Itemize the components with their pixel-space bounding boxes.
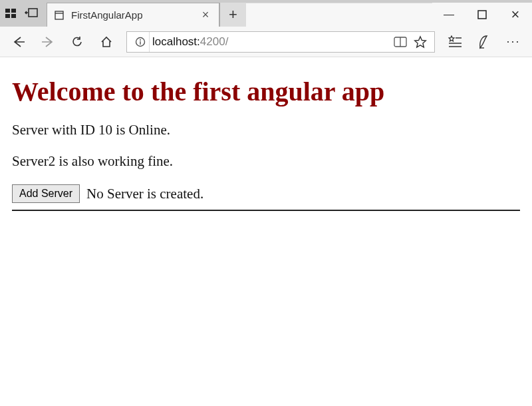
tab-title: FirstAngularApp [71, 9, 192, 21]
home-button[interactable] [93, 29, 120, 55]
add-server-row: Add Server No Server is created. [12, 184, 520, 203]
close-window-button[interactable]: × [499, 3, 532, 27]
site-info-icon[interactable] [131, 32, 150, 52]
forward-button[interactable] [35, 29, 61, 55]
svg-rect-2 [5, 14, 10, 18]
toolbar: localhost:4200/ ··· [0, 27, 532, 57]
titlebar-left [0, 0, 43, 27]
server-create-status: No Server is created. [86, 186, 203, 202]
back-button[interactable] [5, 29, 32, 55]
svg-rect-1 [11, 9, 16, 13]
window-controls: — × [432, 3, 532, 27]
more-button[interactable]: ··· [500, 29, 527, 55]
favorites-list-icon[interactable] [442, 29, 468, 55]
url-path: 4200/ [200, 35, 229, 49]
server-status-line-1: Server with ID 10 is Online. [12, 122, 520, 138]
svg-point-9 [140, 39, 141, 41]
svg-rect-7 [478, 11, 486, 19]
svg-rect-0 [5, 9, 10, 13]
maximize-button[interactable] [466, 3, 499, 27]
page-heading: Welcome to the first angular app [12, 76, 520, 107]
svg-rect-3 [11, 14, 16, 18]
tab-close-button[interactable]: × [199, 8, 212, 22]
server-status-line-2: Server2 is also working fine. [12, 153, 520, 170]
minimize-button[interactable]: — [432, 3, 466, 27]
titlebar: FirstAngularApp × + — × [0, 0, 532, 27]
titlebar-spacer [246, 3, 432, 27]
new-tab-button[interactable]: + [219, 3, 246, 27]
svg-rect-4 [29, 9, 37, 17]
url-host: localhost: [152, 35, 200, 49]
page-content: Welcome to the first angular app Server … [0, 57, 532, 211]
favorite-star-icon[interactable] [410, 35, 430, 49]
address-bar[interactable]: localhost:4200/ [126, 31, 435, 53]
divider [12, 210, 520, 211]
notes-icon[interactable] [471, 29, 497, 55]
add-server-button[interactable]: Add Server [12, 184, 80, 203]
active-tab[interactable]: FirstAngularApp × [47, 3, 219, 27]
refresh-button[interactable] [64, 29, 90, 55]
svg-rect-5 [55, 11, 63, 19]
set-aside-icon[interactable] [24, 6, 39, 21]
more-icon: ··· [506, 35, 520, 49]
svg-rect-10 [140, 41, 140, 45]
page-icon [54, 10, 65, 21]
windows-icon [4, 6, 19, 21]
reading-view-icon[interactable] [390, 37, 410, 47]
